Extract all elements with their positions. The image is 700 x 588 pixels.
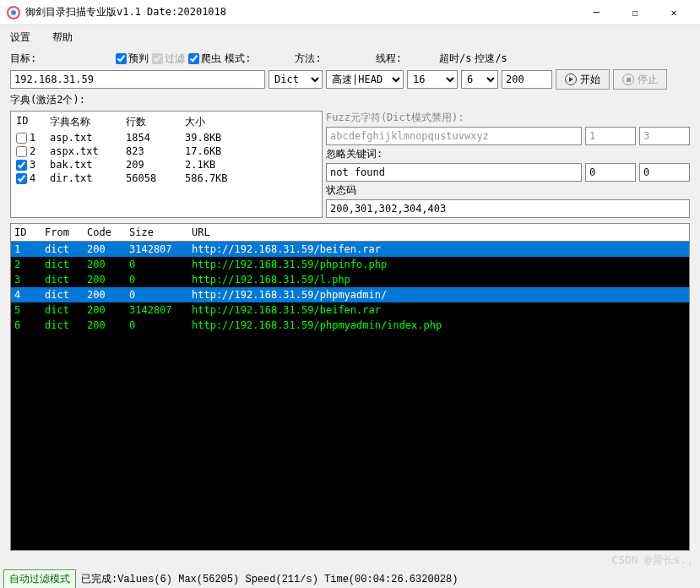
statusbar: 自动过滤模式 已完成:Values(6) Max(56205) Speed(21… (0, 569, 700, 588)
ignore-n1[interactable] (585, 163, 636, 182)
menu-help[interactable]: 帮助 (52, 31, 73, 43)
results-header: ID From Code Size URL (11, 224, 689, 242)
maximize-button[interactable]: ☐ (616, 0, 654, 25)
result-row[interactable]: 4dict2000http://192.168.31.59/phpmyadmin… (11, 287, 689, 302)
dict-checkbox[interactable] (16, 173, 27, 184)
fuzz-input (326, 127, 582, 145)
close-button[interactable]: ✕ (654, 0, 693, 25)
fuzz-n1 (585, 127, 636, 145)
timeout-label: 超时/s (439, 52, 471, 66)
dict-row[interactable]: 3bak.txt2092.1KB (13, 158, 320, 172)
play-icon (565, 74, 577, 85)
app-icon (7, 6, 20, 19)
dict-checkbox[interactable] (16, 160, 27, 171)
threads-select[interactable]: 16 (407, 70, 458, 89)
method-label: 方法: (295, 52, 321, 66)
minimize-button[interactable]: ─ (577, 0, 616, 25)
statuscode-label: 状态码 (326, 183, 356, 198)
ignore-n2[interactable] (639, 163, 690, 182)
watermark: CSDN @营长s., (612, 553, 693, 568)
statuscode-input[interactable] (326, 199, 690, 218)
speedlimit-label: 控速/s (475, 52, 507, 66)
stop-button[interactable]: 停止 (613, 69, 667, 90)
status-text: 已完成:Values(6) Max(56205) Speed(211/s) Ti… (81, 572, 458, 586)
fuzz-label: Fuzz元字符(Dict模式禁用): (326, 111, 464, 125)
dict-active-label: 字典(激活2个): (10, 94, 85, 106)
result-row[interactable]: 2dict2000http://192.168.31.59/phpinfo.ph… (11, 257, 689, 272)
speedlimit-input[interactable] (502, 70, 552, 89)
dict-row[interactable]: 4dir.txt56058586.7KB (13, 172, 320, 185)
fuzz-n2 (639, 127, 690, 145)
stop-icon (622, 74, 634, 85)
result-row[interactable]: 3dict2000http://192.168.31.59/l.php (11, 272, 689, 287)
dict-checkbox[interactable] (16, 133, 27, 144)
right-panel: Fuzz元字符(Dict模式禁用): 忽略关键词: 状态码 (326, 111, 690, 218)
menubar: 设置 帮助 (0, 25, 700, 50)
target-input[interactable] (10, 70, 265, 89)
mode-select[interactable]: Dict (269, 70, 323, 89)
timeout-select[interactable]: 6 (461, 70, 498, 89)
mode-label: 模式: (225, 52, 251, 66)
filter-checkbox[interactable]: 过滤 (152, 52, 185, 66)
results-panel: ID From Code Size URL 1dict2003142807htt… (10, 223, 690, 551)
spider-checkbox[interactable]: 爬虫 (188, 52, 221, 66)
titlebar: 御剑目录扫描专业版v1.1 Date:20201018 ─ ☐ ✕ (0, 0, 700, 25)
window-title: 御剑目录扫描专业版v1.1 Date:20201018 (25, 5, 577, 19)
dict-row[interactable]: 2aspx.txt82317.6KB (13, 144, 320, 158)
threads-label: 线程: (376, 52, 402, 66)
result-row[interactable]: 5dict2003142807http://192.168.31.59/beif… (11, 302, 689, 318)
method-select[interactable]: 高速|HEAD (326, 70, 404, 89)
dict-checkbox[interactable] (16, 146, 27, 157)
dict-panel: ID 字典名称 行数 大小 1asp.txt185439.8KB 2aspx.t… (10, 111, 323, 218)
prejudge-checkbox[interactable]: 预判 (116, 52, 149, 66)
dict-row[interactable]: 1asp.txt185439.8KB (13, 131, 320, 144)
ignore-label: 忽略关键词: (326, 147, 383, 161)
start-button[interactable]: 开始 (556, 69, 610, 90)
target-label: 目标: (10, 52, 36, 66)
filter-mode-button[interactable]: 自动过滤模式 (3, 569, 76, 589)
ignore-input[interactable] (326, 163, 582, 182)
dict-header: ID 字典名称 行数 大小 (13, 113, 320, 131)
result-row[interactable]: 6dict2000http://192.168.31.59/phpmyadmin… (11, 318, 689, 333)
result-row[interactable]: 1dict2003142807http://192.168.31.59/beif… (11, 242, 689, 257)
menu-settings[interactable]: 设置 (10, 31, 30, 43)
